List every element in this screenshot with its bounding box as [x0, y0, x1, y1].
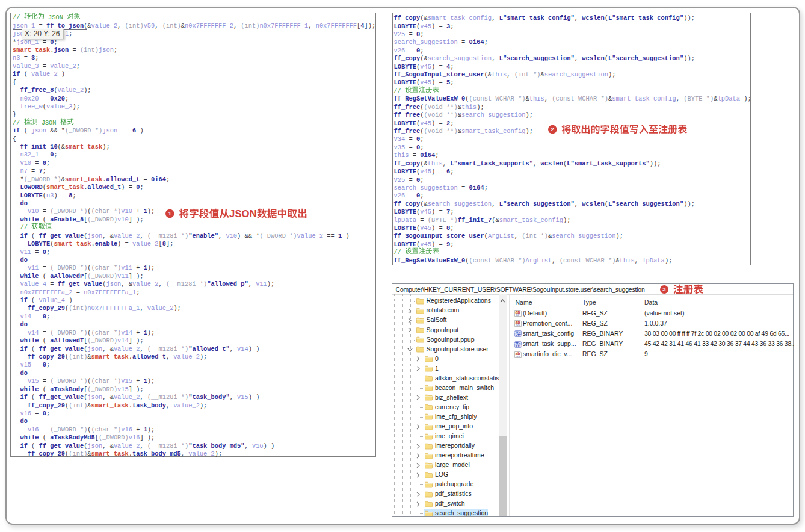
svg-text:1: 1 [168, 210, 171, 217]
svg-text:0: 0 [519, 341, 520, 344]
svg-text:0: 0 [519, 331, 520, 334]
svg-text:ab: ab [515, 351, 520, 356]
svg-text:3: 3 [662, 286, 665, 292]
svg-text:0: 0 [515, 344, 517, 347]
svg-text:JSON: JSON [229, 208, 257, 220]
svg-text:2: 2 [551, 126, 554, 132]
svg-text:ab: ab [515, 310, 520, 314]
svg-text:ab: ab [515, 320, 520, 324]
svg-text:0: 0 [515, 333, 517, 336]
